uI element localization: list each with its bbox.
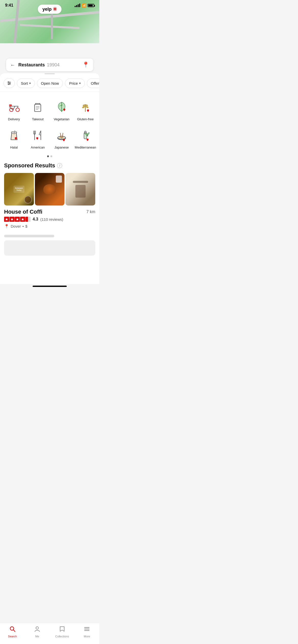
category-american-label: American [31, 145, 45, 149]
category-american[interactable]: American [26, 124, 50, 152]
price-button[interactable]: Price ▾ [65, 79, 85, 88]
category-takeout-label: Takeout [32, 117, 44, 121]
rating-number: 4.3 [33, 217, 38, 222]
category-halal[interactable]: Halal [2, 124, 26, 152]
restaurant-info: House of Coffi 7 km 4.3 (110 rev [0, 209, 99, 232]
divider [0, 92, 99, 92]
search-text: Restaurants 19904 [18, 62, 79, 68]
star-rating [4, 217, 31, 222]
price-level: $ [25, 224, 27, 228]
star-4 [20, 217, 25, 222]
stars-row: 4.3 (110 reviews) [4, 217, 95, 222]
category-japanese[interactable]: Japanese [50, 124, 74, 152]
sort-button[interactable]: Sort ▾ [17, 79, 35, 88]
location-row: 📍 Dover • $ [4, 224, 95, 229]
loading-bar-wrap [0, 232, 99, 237]
battery-icon [88, 4, 94, 7]
category-gluten-free[interactable]: Gluten-free [74, 96, 98, 124]
status-icons: 📶 [75, 3, 94, 7]
category-delivery[interactable]: Delivery [2, 96, 26, 124]
signal-icon [75, 4, 80, 7]
category-mediterranean[interactable]: Mediterranean [74, 124, 98, 152]
star-5-half [25, 217, 31, 222]
restaurant-image-3[interactable] [65, 173, 95, 206]
star-2 [9, 217, 15, 222]
open-now-button[interactable]: Open Now [37, 79, 63, 88]
svg-marker-30 [11, 218, 13, 221]
category-delivery-label: Delivery [8, 117, 20, 121]
restaurant-image-1[interactable]: DelawareToday [4, 173, 34, 206]
category-mediterranean-label: Mediterranean [75, 145, 96, 149]
category-halal-label: Halal [10, 145, 18, 149]
category-japanese-label: Japanese [55, 145, 69, 149]
bottom-sheet: Sort ▾ Open Now Price ▾ Offers Take… [0, 73, 99, 284]
categories-grid: Delivery Takeout [0, 96, 99, 155]
loading-bar [4, 235, 54, 237]
info-icon[interactable]: i [57, 163, 62, 168]
restaurant-location: Dover [11, 224, 21, 228]
svg-rect-17 [11, 132, 17, 133]
reviews-count: (110 reviews) [40, 217, 63, 222]
star-1 [4, 217, 9, 222]
wifi-icon: 📶 [82, 3, 86, 7]
restaurant-images[interactable]: DelawareToday [0, 173, 99, 209]
restaurant-image-2[interactable] [35, 173, 65, 206]
svg-point-7 [16, 108, 19, 112]
filter-adjust-button[interactable] [4, 78, 15, 88]
category-takeout[interactable]: Takeout [26, 96, 50, 124]
restaurant-name-row: House of Coffi 7 km [4, 209, 95, 215]
chevron-down-icon: ▾ [29, 82, 31, 85]
status-time: 9:41 [5, 3, 13, 8]
sponsored-section-title: Sponsored Results i [0, 162, 99, 173]
restaurant-distance: 7 km [86, 210, 95, 214]
svg-point-4 [10, 83, 10, 84]
search-bar: ← Restaurants 19904 📍 [6, 58, 93, 71]
home-indicator [33, 286, 67, 287]
search-main-text: Restaurants [18, 62, 45, 68]
svg-marker-31 [16, 218, 19, 221]
category-gluten-free-label: Gluten-free [77, 117, 94, 121]
pin-icon: 📍 [4, 224, 9, 229]
category-vegetarian[interactable]: Vegetarian [50, 96, 74, 124]
location-icon[interactable]: 📍 [82, 62, 89, 68]
svg-marker-32 [21, 218, 24, 221]
star-3 [15, 217, 20, 222]
back-button[interactable]: ← [10, 62, 15, 68]
dot-2 [50, 155, 52, 157]
offers-button[interactable]: Offers Take… [87, 79, 99, 88]
svg-rect-8 [9, 105, 12, 106]
svg-point-5 [8, 84, 9, 85]
status-bar: 9:41 📶 [0, 0, 99, 9]
page-dots [0, 155, 99, 157]
svg-point-3 [8, 82, 9, 82]
chevron-down-icon: ▾ [79, 82, 81, 85]
svg-marker-29 [5, 218, 8, 221]
dot-1 [47, 155, 49, 157]
filter-bar: Sort ▾ Open Now Price ▾ Offers Take… [0, 78, 99, 92]
price-separator: • [22, 224, 24, 228]
restaurant-name[interactable]: House of Coffi [4, 209, 42, 215]
category-vegetarian-label: Vegetarian [54, 117, 70, 121]
search-zip-text: 19904 [47, 62, 60, 68]
loading-card [4, 240, 95, 256]
